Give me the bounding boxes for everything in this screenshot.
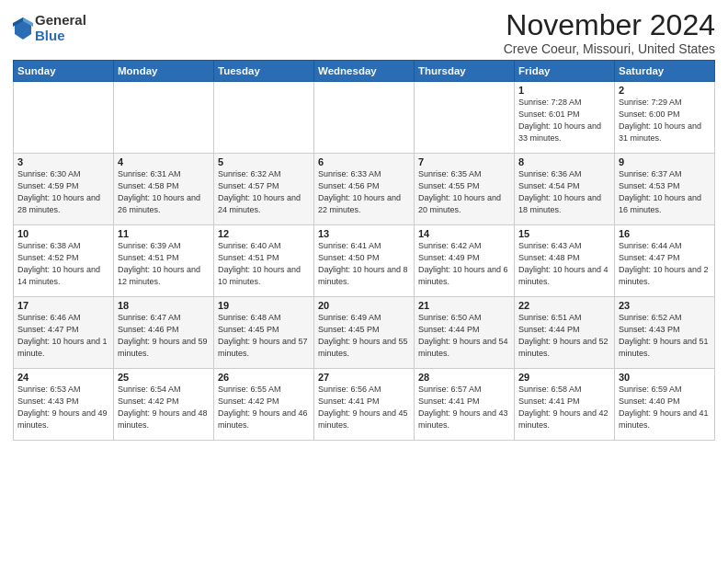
day-number: 13 <box>318 228 410 239</box>
day-number: 6 <box>318 156 410 167</box>
logo-text: General Blue <box>35 13 86 43</box>
day-info: Sunrise: 6:53 AM Sunset: 4:43 PM Dayligh… <box>17 384 109 431</box>
table-row: 15Sunrise: 6:43 AM Sunset: 4:48 PM Dayli… <box>515 225 615 297</box>
day-info: Sunrise: 6:54 AM Sunset: 4:42 PM Dayligh… <box>118 384 210 431</box>
day-info: Sunrise: 6:42 AM Sunset: 4:49 PM Dayligh… <box>418 240 510 288</box>
table-row: 13Sunrise: 6:41 AM Sunset: 4:50 PM Dayli… <box>314 225 415 297</box>
table-row <box>314 82 415 154</box>
day-number: 27 <box>318 372 410 383</box>
day-number: 14 <box>418 228 510 239</box>
calendar-week-row: 24Sunrise: 6:53 AM Sunset: 4:43 PM Dayli… <box>14 369 715 441</box>
day-number: 24 <box>17 372 109 383</box>
table-row: 10Sunrise: 6:38 AM Sunset: 4:52 PM Dayli… <box>14 225 114 297</box>
day-info: Sunrise: 6:33 AM Sunset: 4:56 PM Dayligh… <box>318 168 410 216</box>
day-info: Sunrise: 6:35 AM Sunset: 4:55 PM Dayligh… <box>418 168 510 216</box>
day-number: 7 <box>418 156 510 167</box>
table-row: 9Sunrise: 6:37 AM Sunset: 4:53 PM Daylig… <box>615 154 715 225</box>
logo-blue: Blue <box>35 29 86 44</box>
calendar-week-row: 17Sunrise: 6:46 AM Sunset: 4:47 PM Dayli… <box>14 297 715 369</box>
table-row: 16Sunrise: 6:44 AM Sunset: 4:47 PM Dayli… <box>615 225 715 297</box>
day-info: Sunrise: 6:56 AM Sunset: 4:41 PM Dayligh… <box>318 384 410 431</box>
table-row: 12Sunrise: 6:40 AM Sunset: 4:51 PM Dayli… <box>214 225 314 297</box>
day-info: Sunrise: 6:48 AM Sunset: 4:45 PM Dayligh… <box>218 312 310 360</box>
day-number: 28 <box>418 372 510 383</box>
day-number: 26 <box>218 372 310 383</box>
day-info: Sunrise: 6:58 AM Sunset: 4:41 PM Dayligh… <box>518 384 610 431</box>
table-row <box>114 82 214 154</box>
day-info: Sunrise: 6:32 AM Sunset: 4:57 PM Dayligh… <box>218 168 310 216</box>
day-number: 20 <box>318 300 410 311</box>
day-number: 2 <box>619 85 711 96</box>
table-row: 29Sunrise: 6:58 AM Sunset: 4:41 PM Dayli… <box>515 369 615 441</box>
day-number: 5 <box>218 156 310 167</box>
table-row: 17Sunrise: 6:46 AM Sunset: 4:47 PM Dayli… <box>14 297 114 369</box>
day-number: 19 <box>218 300 310 311</box>
calendar-week-row: 10Sunrise: 6:38 AM Sunset: 4:52 PM Dayli… <box>14 225 715 297</box>
day-number: 17 <box>17 300 109 311</box>
day-info: Sunrise: 6:31 AM Sunset: 4:58 PM Dayligh… <box>118 168 210 216</box>
calendar-week-row: 3Sunrise: 6:30 AM Sunset: 4:59 PM Daylig… <box>14 154 715 225</box>
table-row: 4Sunrise: 6:31 AM Sunset: 4:58 PM Daylig… <box>114 154 214 225</box>
header-wednesday: Wednesday <box>314 61 415 82</box>
day-number: 25 <box>118 372 210 383</box>
day-number: 9 <box>619 156 711 167</box>
day-info: Sunrise: 6:37 AM Sunset: 4:53 PM Dayligh… <box>619 168 711 216</box>
day-info: Sunrise: 6:51 AM Sunset: 4:44 PM Dayligh… <box>518 312 610 360</box>
table-row: 11Sunrise: 6:39 AM Sunset: 4:51 PM Dayli… <box>114 225 214 297</box>
day-info: Sunrise: 6:36 AM Sunset: 4:54 PM Dayligh… <box>518 168 610 216</box>
table-row: 24Sunrise: 6:53 AM Sunset: 4:43 PM Dayli… <box>14 369 114 441</box>
day-number: 15 <box>518 228 610 239</box>
table-row: 25Sunrise: 6:54 AM Sunset: 4:42 PM Dayli… <box>114 369 214 441</box>
day-info: Sunrise: 6:57 AM Sunset: 4:41 PM Dayligh… <box>418 384 510 431</box>
day-info: Sunrise: 6:44 AM Sunset: 4:47 PM Dayligh… <box>619 240 711 288</box>
header-sunday: Sunday <box>14 61 114 82</box>
table-row: 2Sunrise: 7:29 AM Sunset: 6:00 PM Daylig… <box>615 82 715 154</box>
day-number: 22 <box>518 300 610 311</box>
header-thursday: Thursday <box>415 61 515 82</box>
page: General Blue November 2024 Creve Coeur, … <box>0 0 728 563</box>
day-info: Sunrise: 6:40 AM Sunset: 4:51 PM Dayligh… <box>218 240 310 288</box>
table-row: 8Sunrise: 6:36 AM Sunset: 4:54 PM Daylig… <box>515 154 615 225</box>
table-row: 18Sunrise: 6:47 AM Sunset: 4:46 PM Dayli… <box>114 297 214 369</box>
table-row: 28Sunrise: 6:57 AM Sunset: 4:41 PM Dayli… <box>415 369 515 441</box>
day-info: Sunrise: 6:47 AM Sunset: 4:46 PM Dayligh… <box>118 312 210 360</box>
calendar-header-row: Sunday Monday Tuesday Wednesday Thursday… <box>14 61 715 82</box>
header-monday: Monday <box>114 61 214 82</box>
day-number: 16 <box>619 228 711 239</box>
header-tuesday: Tuesday <box>214 61 314 82</box>
table-row: 19Sunrise: 6:48 AM Sunset: 4:45 PM Dayli… <box>214 297 314 369</box>
day-number: 12 <box>218 228 310 239</box>
day-info: Sunrise: 6:38 AM Sunset: 4:52 PM Dayligh… <box>17 240 109 288</box>
day-info: Sunrise: 6:49 AM Sunset: 4:45 PM Dayligh… <box>318 312 410 360</box>
location: Creve Coeur, Missouri, United States <box>504 41 715 56</box>
day-info: Sunrise: 6:52 AM Sunset: 4:43 PM Dayligh… <box>619 312 711 360</box>
day-info: Sunrise: 6:46 AM Sunset: 4:47 PM Dayligh… <box>17 312 109 360</box>
calendar-week-row: 1Sunrise: 7:28 AM Sunset: 6:01 PM Daylig… <box>14 82 715 154</box>
table-row: 3Sunrise: 6:30 AM Sunset: 4:59 PM Daylig… <box>14 154 114 225</box>
day-number: 10 <box>17 228 109 239</box>
month-title: November 2024 <box>504 9 715 41</box>
table-row: 1Sunrise: 7:28 AM Sunset: 6:01 PM Daylig… <box>515 82 615 154</box>
table-row <box>214 82 314 154</box>
table-row <box>415 82 515 154</box>
day-info: Sunrise: 6:43 AM Sunset: 4:48 PM Dayligh… <box>518 240 610 288</box>
table-row: 7Sunrise: 6:35 AM Sunset: 4:55 PM Daylig… <box>415 154 515 225</box>
day-info: Sunrise: 6:41 AM Sunset: 4:50 PM Dayligh… <box>318 240 410 288</box>
day-number: 29 <box>518 372 610 383</box>
day-number: 8 <box>518 156 610 167</box>
day-info: Sunrise: 6:30 AM Sunset: 4:59 PM Dayligh… <box>17 168 109 216</box>
table-row: 5Sunrise: 6:32 AM Sunset: 4:57 PM Daylig… <box>214 154 314 225</box>
logo-general: General <box>35 13 86 29</box>
day-number: 18 <box>118 300 210 311</box>
table-row: 26Sunrise: 6:55 AM Sunset: 4:42 PM Dayli… <box>214 369 314 441</box>
day-number: 1 <box>518 85 610 96</box>
header-friday: Friday <box>515 61 615 82</box>
title-block: November 2024 Creve Coeur, Missouri, Uni… <box>504 9 715 56</box>
logo: General Blue <box>13 13 86 43</box>
day-number: 21 <box>418 300 510 311</box>
table-row: 6Sunrise: 6:33 AM Sunset: 4:56 PM Daylig… <box>314 154 415 225</box>
day-number: 4 <box>118 156 210 167</box>
day-number: 11 <box>118 228 210 239</box>
table-row: 14Sunrise: 6:42 AM Sunset: 4:49 PM Dayli… <box>415 225 515 297</box>
calendar-table: Sunday Monday Tuesday Wednesday Thursday… <box>13 60 715 441</box>
